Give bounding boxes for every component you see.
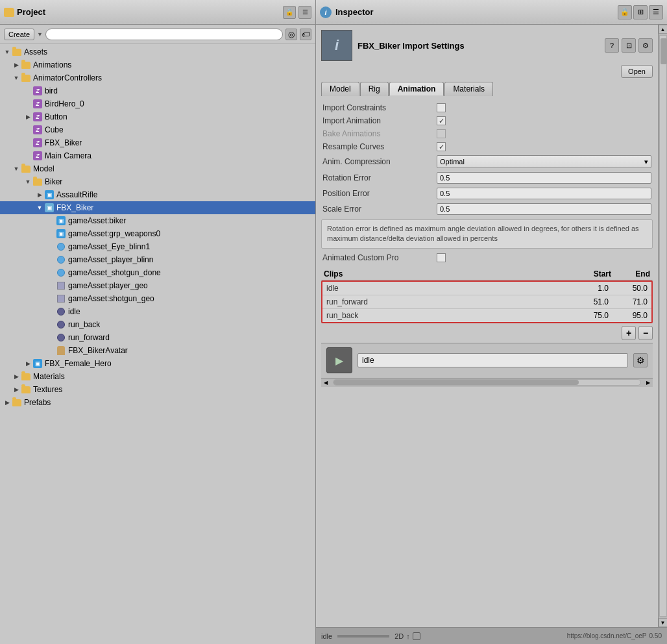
fbx-expand-icon[interactable]: ⊡: [622, 38, 636, 53]
v-scroll-track[interactable]: [659, 35, 667, 617]
folder-animcontrollers-icon: [21, 73, 31, 83]
horizontal-scrollbar[interactable]: ◀ ▶: [321, 378, 653, 387]
tree-item-button[interactable]: Button: [0, 110, 315, 123]
tab-model[interactable]: Model: [321, 82, 359, 96]
tree-item-runforward[interactable]: run_forward: [0, 331, 315, 344]
tree-item-assaultrifle[interactable]: AssaultRifle: [0, 188, 315, 201]
scroll-right-arrow[interactable]: ▶: [644, 378, 653, 387]
animations-label: Animations: [33, 60, 71, 69]
circle-idle-icon: [56, 306, 66, 317]
tree-item-idle[interactable]: idle: [0, 305, 315, 318]
open-button[interactable]: Open: [621, 65, 653, 78]
button-label: Button: [45, 112, 67, 121]
inspector-lock-icon[interactable]: 🔒: [618, 5, 632, 19]
circle-gameasset-eye-icon: [56, 242, 66, 252]
inspector-layout-icon[interactable]: ⊞: [633, 5, 648, 19]
scroll-down-arrow[interactable]: ▼: [659, 618, 668, 627]
scroll-left-arrow[interactable]: ◀: [321, 378, 330, 387]
fbxbiker-label: FBX_Biker: [56, 203, 93, 212]
inspector-menu-icon[interactable]: ☰: [649, 5, 663, 19]
inspector-title: Inspector: [335, 7, 614, 17]
tree-item-animatorcontrollers[interactable]: AnimatorControllers: [0, 71, 315, 84]
scroll-up-arrow[interactable]: ▲: [659, 25, 668, 34]
animation-gear-button[interactable]: ⚙: [633, 353, 648, 367]
tree-item-gameasset-shotgungeo[interactable]: gameAsset:shotgun_geo: [0, 292, 315, 305]
filter-icon[interactable]: ◎: [285, 29, 297, 40]
arrow-button: [23, 114, 32, 120]
tree-item-fbxbiker-anim[interactable]: FBX_Biker: [0, 136, 315, 149]
folder-animations-icon: [21, 60, 31, 70]
model-label: Model: [33, 164, 55, 173]
clip-row-runback[interactable]: run_back 75.0 95.0: [322, 309, 651, 322]
tree-item-model[interactable]: Model: [0, 162, 315, 175]
folder-materials-icon: [21, 371, 31, 382]
lock-icon[interactable]: 🔒: [283, 6, 296, 19]
tree-item-assets[interactable]: Assets: [0, 45, 315, 58]
tree-item-cube[interactable]: Cube: [0, 123, 315, 136]
add-clip-button[interactable]: +: [622, 326, 636, 340]
tree-item-animations[interactable]: Animations: [0, 58, 315, 71]
fbx-header: i FBX_Biker Import Settings ? ⊡ ⚙: [321, 30, 653, 61]
rotation-error-field[interactable]: 0.5: [437, 172, 651, 184]
clip-row-idle[interactable]: idle 1.0 50.0: [322, 282, 651, 295]
avatar-bikeravatar-icon: [56, 345, 66, 356]
tab-materials[interactable]: Materials: [444, 82, 493, 96]
clips-section: Clips Start End idle 1.0 50.0 run_forwar…: [321, 268, 653, 343]
prefabs-label: Prefabs: [24, 398, 51, 407]
clip-runback-name: run_back: [326, 311, 563, 320]
scale-error-field[interactable]: 0.5: [437, 203, 651, 215]
animator-fbxbiker-icon: [32, 138, 43, 148]
tree-item-bikeravatar[interactable]: FBX_BikerAvatar: [0, 344, 315, 357]
import-constraints-checkbox[interactable]: [437, 103, 446, 112]
animated-custom-pro-checkbox[interactable]: [437, 253, 446, 262]
tree-item-runback[interactable]: run_back: [0, 318, 315, 331]
label-icon[interactable]: 🏷: [300, 29, 311, 40]
chevron-down-icon: ▾: [644, 158, 648, 166]
position-error-field[interactable]: 0.5: [437, 188, 651, 199]
search-input[interactable]: [45, 29, 283, 40]
tree-item-fbxbiker[interactable]: FBX_Biker: [0, 201, 315, 214]
tree-item-textures[interactable]: Textures: [0, 383, 315, 396]
fbx-gear-icon[interactable]: ⚙: [638, 38, 653, 53]
tree-item-bird[interactable]: bird: [0, 84, 315, 97]
bake-animations-checkbox[interactable]: [437, 129, 446, 138]
fbx-help-icon[interactable]: ?: [605, 38, 619, 53]
tree-item-prefabs[interactable]: Prefabs: [0, 396, 315, 409]
project-toolbar: Create ▼ ◎ 🏷: [0, 25, 315, 44]
create-button[interactable]: Create: [4, 29, 34, 40]
tree-item-materials[interactable]: Materials: [0, 370, 315, 383]
tab-rig[interactable]: Rig: [360, 82, 389, 96]
tree-item-birdhero[interactable]: BirdHero_0: [0, 97, 315, 110]
scroll-track[interactable]: [333, 379, 641, 386]
fbxfemalehero-label: FBX_Female_Hero: [45, 359, 112, 368]
materials-label: Materials: [33, 372, 65, 381]
clip-row-runforward[interactable]: run_forward 51.0 71.0: [322, 295, 651, 309]
status-anim-label: idle: [321, 632, 332, 640]
tree-item-gameasset-player[interactable]: gameAsset_player_blinn: [0, 253, 315, 266]
import-animation-checkbox[interactable]: [437, 116, 446, 125]
remove-clip-button[interactable]: −: [638, 326, 653, 340]
anim-name-field[interactable]: idle: [358, 353, 628, 367]
tree-item-biker[interactable]: Biker: [0, 175, 315, 188]
anim-compression-dropdown[interactable]: Optimal ▾: [437, 155, 651, 168]
tree-item-maincamera[interactable]: Main Camera: [0, 149, 315, 162]
vertical-scrollbar[interactable]: ▲ ▼: [658, 25, 667, 627]
status-2d-label: 2D: [394, 632, 404, 640]
idle-label: idle: [68, 307, 80, 316]
info-box: Rotation error is defined as maximum ang…: [321, 219, 653, 249]
assaultrifle-label: AssaultRifle: [56, 190, 97, 199]
tree-item-gameasset-biker[interactable]: gameAsset:biker: [0, 214, 315, 227]
bird-label: bird: [45, 86, 58, 95]
play-button[interactable]: ▶: [326, 347, 352, 373]
tree-item-gameasset-shotgun[interactable]: gameAsset_shotgun_done: [0, 266, 315, 279]
tree-item-gameasset-grp[interactable]: gameAsset:grp_weapons0: [0, 227, 315, 240]
tree-item-gameasset-playergeo[interactable]: gameAsset:player_geo: [0, 279, 315, 292]
inspector-header-icons: 🔒 ⊞ ☰: [618, 5, 663, 19]
tree-item-gameasset-eye[interactable]: gameAsset_Eye_blinn1: [0, 240, 315, 253]
position-error-row: Position Error 0.5: [321, 186, 653, 201]
tree-item-fbxfemalehero[interactable]: FBX_Female_Hero: [0, 357, 315, 370]
tab-animation[interactable]: Animation: [389, 82, 444, 96]
resample-curves-checkbox[interactable]: [437, 142, 446, 151]
scale-error-row: Scale Error 0.5: [321, 201, 653, 217]
menu-icon[interactable]: ☰: [298, 6, 311, 19]
